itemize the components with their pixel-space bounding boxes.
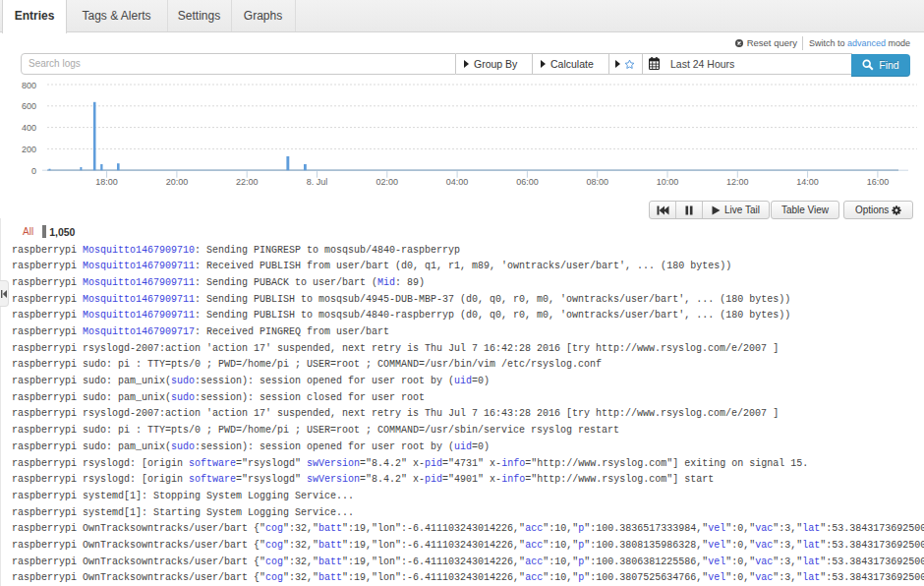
svg-text:02:00: 02:00 <box>376 177 399 187</box>
svg-text:22:00: 22:00 <box>236 177 259 187</box>
svg-text:400: 400 <box>22 123 36 133</box>
svg-text:14:00: 14:00 <box>796 177 819 187</box>
svg-text:12:00: 12:00 <box>726 177 749 187</box>
svg-text:800: 800 <box>22 81 36 90</box>
svg-text:0: 0 <box>31 166 36 176</box>
svg-text:200: 200 <box>22 145 36 154</box>
svg-text:8. Jul: 8. Jul <box>307 177 328 187</box>
svg-text:08:00: 08:00 <box>586 177 608 187</box>
svg-text:20:00: 20:00 <box>166 177 189 187</box>
svg-text:10:00: 10:00 <box>657 177 679 187</box>
svg-text:600: 600 <box>22 101 36 111</box>
svg-text:06:00: 06:00 <box>516 177 539 187</box>
svg-text:16:00: 16:00 <box>867 177 890 187</box>
svg-text:04:00: 04:00 <box>446 177 469 187</box>
svg-text:18:00: 18:00 <box>95 177 118 187</box>
